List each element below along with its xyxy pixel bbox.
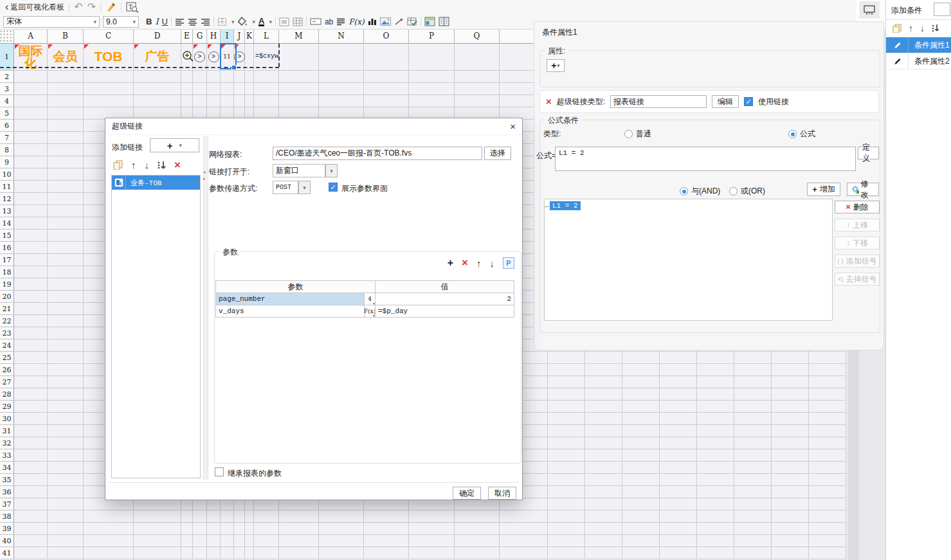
param-value-cell[interactable]: =$p_day <box>376 305 514 318</box>
sort-icon[interactable] <box>158 160 166 170</box>
cell-G2[interactable] <box>193 71 207 83</box>
cell-A39[interactable] <box>14 523 48 535</box>
cell-A16[interactable] <box>14 242 48 254</box>
cell-A35[interactable] <box>14 474 48 486</box>
table-check-widget-icon[interactable] <box>407 17 417 26</box>
cell[interactable] <box>809 376 846 388</box>
cell-K41[interactable] <box>245 547 254 559</box>
cell-O2[interactable] <box>364 71 409 83</box>
formula-widget-icon[interactable]: F(x) <box>349 17 364 26</box>
cell-P41[interactable] <box>409 547 455 559</box>
cell[interactable] <box>548 547 585 559</box>
add-attribute-button[interactable]: + ▾ <box>547 59 565 72</box>
cell-B21[interactable] <box>48 303 84 315</box>
cell[interactable] <box>697 523 734 535</box>
cell-B29[interactable] <box>48 401 84 413</box>
cell-A28[interactable] <box>14 388 48 401</box>
cell-Q2[interactable] <box>455 71 500 83</box>
cell-A9[interactable] <box>14 156 48 168</box>
row-header-30[interactable]: 30 <box>0 413 14 425</box>
cell-A17[interactable] <box>14 254 48 266</box>
cell-G4[interactable] <box>193 95 207 107</box>
cell-M41[interactable] <box>279 547 319 559</box>
dashboard-block-icon[interactable] <box>424 17 435 26</box>
cell-P3[interactable] <box>409 83 455 95</box>
param-name-cell[interactable]: v_days <box>216 305 365 318</box>
row-header-5[interactable]: 5 <box>0 107 14 120</box>
cell[interactable] <box>697 462 734 474</box>
cell-O41[interactable] <box>364 547 409 559</box>
cell[interactable] <box>548 449 585 462</box>
cell[interactable] <box>772 535 809 547</box>
cell[interactable] <box>734 462 772 474</box>
cell-K38[interactable] <box>245 510 254 523</box>
cell-A11[interactable] <box>14 181 48 193</box>
cell[interactable] <box>622 364 660 376</box>
cancel-button[interactable]: 取消 <box>488 487 516 500</box>
cell[interactable] <box>585 535 622 547</box>
cell[interactable] <box>734 486 772 498</box>
cell[interactable] <box>622 474 660 486</box>
cell[interactable] <box>734 388 772 401</box>
cell[interactable] <box>622 510 660 523</box>
column-header-P[interactable]: P <box>409 29 455 44</box>
cell-E2[interactable] <box>181 71 193 83</box>
cell[interactable] <box>734 401 772 413</box>
cell-A22[interactable] <box>14 315 48 327</box>
cell-K39[interactable] <box>245 523 254 535</box>
back-button[interactable]: ‹ 返回可视化看板 <box>5 2 64 13</box>
row-header-19[interactable]: 19 <box>0 278 14 291</box>
cell-B10[interactable] <box>48 168 84 181</box>
cell-J3[interactable] <box>234 83 245 95</box>
cell[interactable] <box>622 449 660 462</box>
add-condition-button-partial[interactable] <box>934 3 950 16</box>
param-type-cell[interactable]: 4▾ <box>365 293 376 305</box>
cell-B24[interactable] <box>48 339 84 352</box>
cell[interactable] <box>622 547 660 559</box>
cell[interactable] <box>548 425 585 437</box>
cell-B16[interactable] <box>48 242 84 254</box>
cell[interactable] <box>697 425 734 437</box>
cell-P2[interactable] <box>409 71 455 83</box>
cell[interactable] <box>734 352 772 364</box>
align-center-icon[interactable] <box>188 18 197 26</box>
format-painter-brush-icon[interactable] <box>105 2 116 12</box>
cell-L39[interactable] <box>254 523 279 535</box>
cell-A2[interactable] <box>14 71 48 83</box>
cell-Q1[interactable] <box>455 44 500 71</box>
move-up-icon[interactable]: ↑ <box>131 159 136 170</box>
line-widget-icon[interactable] <box>394 17 404 26</box>
cell-B18[interactable] <box>48 266 84 278</box>
cell[interactable] <box>772 388 809 401</box>
cell[interactable] <box>585 376 622 388</box>
cell-K3[interactable] <box>245 83 254 95</box>
param-name-cell[interactable]: page_number <box>216 293 365 305</box>
radio-and-row[interactable]: 与(AND) <box>680 186 720 197</box>
cell[interactable] <box>585 498 622 510</box>
cell-B33[interactable] <box>48 449 84 462</box>
cell-A34[interactable] <box>14 462 48 474</box>
row-header-15[interactable]: 15 <box>0 230 14 242</box>
cell-I4[interactable] <box>221 95 234 107</box>
cell[interactable] <box>734 523 772 535</box>
cell-Q38[interactable] <box>455 510 500 523</box>
align-right-icon[interactable] <box>201 18 210 26</box>
cell[interactable] <box>697 388 734 401</box>
condition-attribute-item[interactable]: 条件属性1 <box>886 37 951 53</box>
cell-D38[interactable] <box>134 510 181 523</box>
cell-O4[interactable] <box>364 95 409 107</box>
cell[interactable] <box>809 523 846 535</box>
move-down-icon[interactable]: ↓ <box>145 159 150 170</box>
cell-B7[interactable] <box>48 132 84 144</box>
cell[interactable] <box>622 462 660 474</box>
cell-D39[interactable] <box>134 523 181 535</box>
cell[interactable] <box>548 352 585 364</box>
borders-button[interactable]: ▾ <box>217 17 235 26</box>
chart-widget-icon[interactable] <box>368 17 377 26</box>
cell[interactable] <box>809 486 846 498</box>
cell-E38[interactable] <box>181 510 193 523</box>
cell[interactable] <box>500 510 548 523</box>
cell[interactable] <box>734 510 772 523</box>
hyperlink-type-input[interactable]: 报表链接 <box>610 95 707 108</box>
radio-normal-row[interactable]: 普通 <box>624 129 651 140</box>
